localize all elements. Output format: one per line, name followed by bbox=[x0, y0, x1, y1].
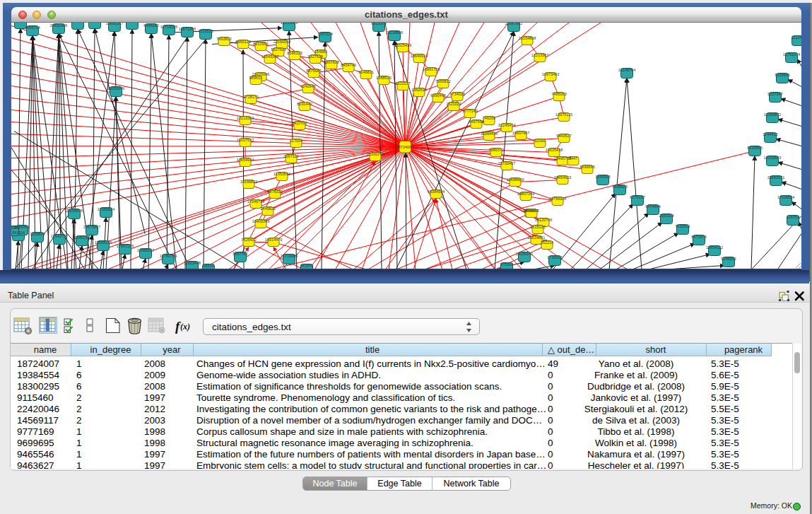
svg-text:7663822: 7663822 bbox=[216, 36, 231, 40]
svg-text:96514: 96514 bbox=[203, 263, 213, 267]
svg-text:22260058: 22260058 bbox=[273, 39, 290, 43]
svg-text:15716485: 15716485 bbox=[281, 253, 298, 257]
svg-text:8960123: 8960123 bbox=[235, 39, 250, 43]
svg-text:13975115: 13975115 bbox=[555, 112, 572, 116]
svg-text:5875685: 5875685 bbox=[306, 68, 321, 72]
svg-text:20691406: 20691406 bbox=[50, 23, 67, 27]
svg-text:159301: 159301 bbox=[11, 225, 19, 229]
svg-text:1640935: 1640935 bbox=[595, 174, 610, 178]
svg-text:3267110: 3267110 bbox=[283, 153, 298, 158]
svg-text:1588520: 1588520 bbox=[376, 75, 391, 79]
svg-text:15720407: 15720407 bbox=[498, 160, 515, 165]
svg-text:2967608: 2967608 bbox=[324, 59, 339, 64]
svg-text:4055714: 4055714 bbox=[25, 25, 40, 29]
svg-text:9777149: 9777149 bbox=[462, 108, 477, 112]
svg-text:25300275: 25300275 bbox=[367, 151, 384, 156]
svg-text:12942757: 12942757 bbox=[51, 233, 68, 238]
svg-text:10973493: 10973493 bbox=[542, 71, 559, 76]
svg-text:20053346: 20053346 bbox=[107, 86, 124, 90]
svg-text:18409349: 18409349 bbox=[252, 218, 269, 223]
svg-text:19654923: 19654923 bbox=[554, 175, 571, 179]
svg-text:7986372: 7986372 bbox=[488, 147, 503, 151]
svg-text:9327509: 9327509 bbox=[271, 47, 286, 51]
svg-text:1145194: 1145194 bbox=[74, 235, 89, 239]
svg-text:5878332: 5878332 bbox=[267, 189, 282, 193]
svg-text:111245: 111245 bbox=[792, 35, 801, 39]
svg-text:92160: 92160 bbox=[534, 138, 545, 142]
svg-text:10958107: 10958107 bbox=[137, 247, 154, 252]
svg-text:1621022: 1621022 bbox=[446, 101, 461, 105]
svg-text:8471676: 8471676 bbox=[691, 234, 706, 238]
svg-text:975314: 975314 bbox=[500, 262, 513, 266]
svg-text:10607487: 10607487 bbox=[512, 130, 529, 134]
svg-text:15751074: 15751074 bbox=[783, 52, 800, 56]
svg-text:31245474: 31245474 bbox=[498, 122, 515, 127]
svg-text:116753: 116753 bbox=[787, 214, 799, 218]
svg-text:16154808: 16154808 bbox=[519, 35, 536, 40]
svg-text:10688609: 10688609 bbox=[507, 177, 524, 181]
svg-text:6179197: 6179197 bbox=[630, 194, 645, 199]
svg-text:16120746: 16120746 bbox=[535, 217, 552, 221]
svg-text:9463627: 9463627 bbox=[556, 133, 571, 137]
svg-text:8186323: 8186323 bbox=[287, 50, 302, 54]
svg-text:12093872: 12093872 bbox=[764, 112, 781, 116]
svg-text:8813054: 8813054 bbox=[371, 23, 386, 25]
svg-text:6497563: 6497563 bbox=[469, 119, 483, 123]
svg-text:1527602: 1527602 bbox=[124, 23, 139, 23]
svg-text:10654112: 10654112 bbox=[706, 245, 723, 249]
svg-text:8447: 8447 bbox=[569, 156, 577, 160]
svg-text:12213363: 12213363 bbox=[237, 115, 254, 119]
svg-text:6466160: 6466160 bbox=[143, 23, 158, 27]
svg-text:10654933: 10654933 bbox=[237, 157, 254, 161]
svg-text:8912950: 8912950 bbox=[253, 41, 268, 45]
svg-text:18640910: 18640910 bbox=[411, 53, 428, 57]
svg-text:154682: 154682 bbox=[314, 49, 327, 53]
svg-text:16543382: 16543382 bbox=[261, 54, 278, 58]
svg-text:10025438: 10025438 bbox=[546, 147, 563, 151]
svg-text:391514: 391514 bbox=[12, 230, 25, 234]
svg-text:30364436: 30364436 bbox=[481, 131, 498, 135]
svg-text:1615132: 1615132 bbox=[530, 224, 545, 228]
svg-text:7625402: 7625402 bbox=[241, 237, 256, 241]
svg-text:8031440: 8031440 bbox=[297, 101, 312, 105]
svg-text:20387682: 20387682 bbox=[505, 23, 522, 25]
svg-text:2718179: 2718179 bbox=[243, 94, 258, 98]
svg-text:8427552: 8427552 bbox=[292, 120, 307, 124]
svg-text:7485063: 7485063 bbox=[551, 91, 566, 95]
svg-text:17046738: 17046738 bbox=[247, 199, 264, 203]
svg-text:184049: 184049 bbox=[71, 23, 84, 23]
svg-text:11353594: 11353594 bbox=[273, 171, 290, 175]
svg-text:2933114: 2933114 bbox=[659, 213, 673, 217]
svg-text:841579: 841579 bbox=[300, 263, 313, 267]
svg-text:18807249: 18807249 bbox=[517, 191, 534, 195]
svg-text:1156829: 1156829 bbox=[30, 231, 45, 235]
svg-text:69384594: 69384594 bbox=[428, 189, 445, 193]
svg-text:9146821: 9146821 bbox=[358, 69, 373, 74]
svg-text:20975867: 20975867 bbox=[83, 224, 100, 228]
svg-text:16914479: 16914479 bbox=[265, 237, 282, 241]
svg-text:9474444: 9474444 bbox=[645, 204, 660, 208]
svg-text:7357224: 7357224 bbox=[317, 31, 332, 35]
svg-text:7955812: 7955812 bbox=[435, 78, 450, 83]
svg-text:19166822: 19166822 bbox=[240, 179, 257, 183]
svg-text:5938923: 5938923 bbox=[612, 184, 627, 188]
svg-text:10719185: 10719185 bbox=[160, 24, 177, 28]
svg-text:16033809: 16033809 bbox=[281, 23, 298, 25]
svg-text:12213367: 12213367 bbox=[531, 52, 548, 57]
svg-text:14136141: 14136141 bbox=[516, 251, 533, 255]
svg-text:15692971: 15692971 bbox=[767, 175, 784, 179]
svg-text:6990448: 6990448 bbox=[430, 93, 445, 97]
svg-text:746206: 746206 bbox=[483, 115, 495, 119]
svg-text:16107522: 16107522 bbox=[237, 137, 254, 141]
svg-text:13325419: 13325419 bbox=[394, 42, 411, 47]
svg-text:16961758: 16961758 bbox=[423, 66, 440, 71]
svg-text:9245652: 9245652 bbox=[721, 256, 736, 260]
svg-text:9327508: 9327508 bbox=[307, 54, 322, 58]
svg-text:17016504: 17016504 bbox=[777, 194, 794, 199]
svg-text:9329906: 9329906 bbox=[775, 72, 789, 76]
svg-text:17957225: 17957225 bbox=[117, 243, 134, 247]
svg-text:8454749: 8454749 bbox=[341, 62, 355, 66]
svg-text:19756928: 19756928 bbox=[549, 196, 566, 200]
svg-text:8215955: 8215955 bbox=[747, 145, 762, 149]
svg-text:7515535: 7515535 bbox=[198, 28, 213, 33]
